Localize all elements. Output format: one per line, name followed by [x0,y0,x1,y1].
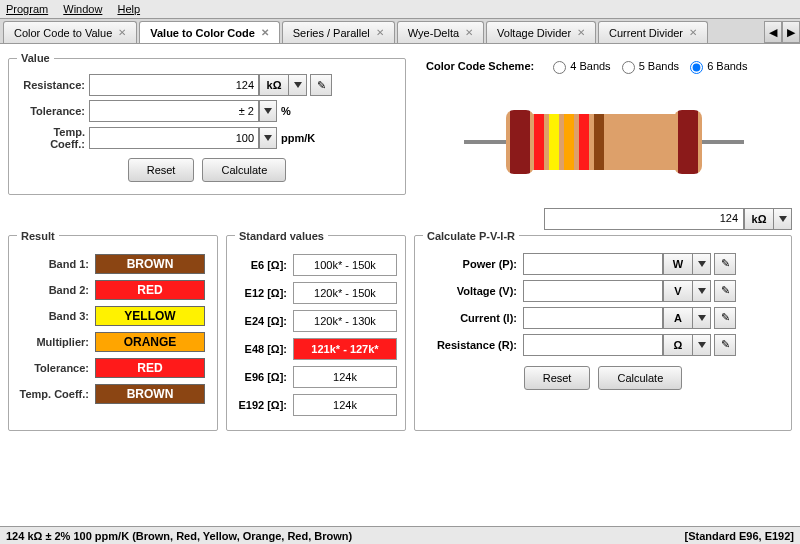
scroll-left-icon[interactable]: ◀ [764,21,782,43]
std-value: 124k [293,394,397,416]
resistor-band [534,114,544,170]
tab-series-parallel[interactable]: Series / Parallel✕ [282,21,395,43]
menu-help[interactable]: Help [117,3,140,15]
close-icon[interactable]: ✕ [261,27,269,38]
pvir-reset-button[interactable]: Reset [524,366,591,390]
display-value: 124 [544,208,744,230]
band-label: Band 3: [17,310,95,322]
pvir-legend: Calculate P-V-I-R [423,230,519,242]
tolerance-dropdown[interactable] [259,100,277,122]
temp-input[interactable] [89,127,259,149]
pvir-clear-icon[interactable]: ✎ [714,280,736,302]
pvir-calculate-button[interactable]: Calculate [598,366,682,390]
std-value: 120k* - 150k [293,282,397,304]
tab-wye-delta[interactable]: Wye-Delta✕ [397,21,484,43]
close-icon[interactable]: ✕ [376,27,384,38]
close-icon[interactable]: ✕ [689,27,697,38]
band-chip: RED [95,358,205,378]
pvir-unit: Ω [663,334,693,356]
pvir-input[interactable] [523,307,663,329]
resistor-band [579,114,589,170]
display-unit: kΩ [744,208,774,230]
status-left: 124 kΩ ± 2% 100 ppm/K (Brown, Red, Yello… [6,530,352,542]
resistor-band [549,114,559,170]
band-label: Tolerance: [17,362,95,374]
pvir-clear-icon[interactable]: ✎ [714,253,736,275]
std-value: 100k* - 150k [293,254,397,276]
band-label: Band 1: [17,258,95,270]
pvir-clear-icon[interactable]: ✎ [714,307,736,329]
close-icon[interactable]: ✕ [465,27,473,38]
band-chip: ORANGE [95,332,205,352]
tab-value-to-color-code[interactable]: Value to Color Code✕ [139,21,280,43]
pvir-unit: W [663,253,693,275]
value-legend: Value [17,52,54,64]
pvir-unit-dropdown[interactable] [693,307,711,329]
pvir-clear-icon[interactable]: ✎ [714,334,736,356]
tab-current-divider[interactable]: Current Divider✕ [598,21,708,43]
value-reset-button[interactable]: Reset [128,158,195,182]
standard-legend: Standard values [235,230,328,242]
radio-6bands[interactable] [690,61,703,74]
pvir-unit: A [663,307,693,329]
resistor-band [594,114,604,170]
temp-label: Temp. Coeff.: [17,126,89,150]
tab-voltage-divider[interactable]: Voltage Divider✕ [486,21,596,43]
tab-bar: Color Code to Value✕Value to Color Code✕… [0,19,800,44]
pvir-unit-dropdown[interactable] [693,334,711,356]
pvir-group: Calculate P-V-I-R Power (P):W✎Voltage (V… [414,230,792,431]
menu-window[interactable]: Window [63,3,102,15]
result-legend: Result [17,230,59,242]
pvir-label: Resistance (R): [423,339,523,351]
statusbar: 124 kΩ ± 2% 100 ppm/K (Brown, Red, Yello… [0,526,800,544]
menubar: Program Window Help [0,0,800,19]
pvir-input[interactable] [523,253,663,275]
radio-5bands[interactable] [622,61,635,74]
std-label: E24 [Ω]: [235,315,293,327]
band-label: Band 2: [17,284,95,296]
pvir-unit-dropdown[interactable] [693,253,711,275]
band-chip: BROWN [95,384,205,404]
pvir-input[interactable] [523,334,663,356]
pvir-unit: V [663,280,693,302]
display-unit-dropdown[interactable] [774,208,792,230]
resistance-input[interactable] [89,74,259,96]
tolerance-unit: % [281,105,291,117]
resistance-unit-dropdown[interactable] [289,74,307,96]
close-icon[interactable]: ✕ [577,27,585,38]
tab-color-code-to-value[interactable]: Color Code to Value✕ [3,21,137,43]
resistor-graphic [416,82,792,202]
scroll-right-icon[interactable]: ▶ [782,21,800,43]
band-chip: BROWN [95,254,205,274]
radio-4bands[interactable] [553,61,566,74]
band-label: Multiplier: [17,336,95,348]
pvir-label: Current (I): [423,312,523,324]
pvir-input[interactable] [523,280,663,302]
temp-unit: ppm/K [281,132,315,144]
band-chip: YELLOW [95,306,205,326]
content-area: Value Resistance: kΩ ✎ Tolerance: % Temp… [0,44,800,532]
resistance-label: Resistance: [17,79,89,91]
std-value: 121k* - 127k* [293,338,397,360]
menu-program[interactable]: Program [6,3,48,15]
pvir-label: Voltage (V): [423,285,523,297]
std-label: E96 [Ω]: [235,371,293,383]
value-calculate-button[interactable]: Calculate [202,158,286,182]
color-scheme-row: Color Code Scheme: 4 Bands 5 Bands 6 Ban… [426,60,782,74]
close-icon[interactable]: ✕ [118,27,126,38]
band-label: Temp. Coeff.: [17,388,95,400]
tolerance-input[interactable] [89,100,259,122]
resistance-unit: kΩ [259,74,289,96]
std-label: E6 [Ω]: [235,259,293,271]
std-label: E192 [Ω]: [235,399,293,411]
pvir-unit-dropdown[interactable] [693,280,711,302]
resistance-clear-icon[interactable]: ✎ [310,74,332,96]
value-group: Value Resistance: kΩ ✎ Tolerance: % Temp… [8,52,406,195]
band-chip: RED [95,280,205,300]
std-value: 124k [293,366,397,388]
std-label: E12 [Ω]: [235,287,293,299]
temp-dropdown[interactable] [259,127,277,149]
status-right: [Standard E96, E192] [685,530,794,542]
resistor-band [564,114,574,170]
scheme-title: Color Code Scheme: [426,60,534,72]
